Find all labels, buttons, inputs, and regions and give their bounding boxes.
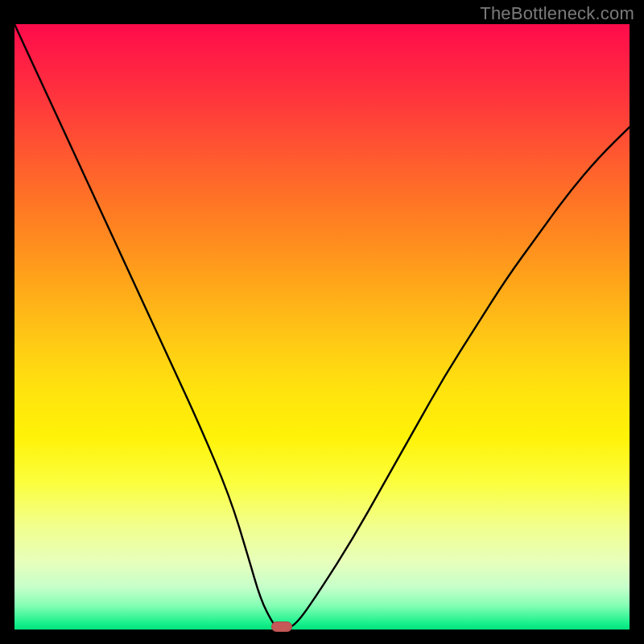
bottleneck-curve	[14, 24, 630, 630]
plot-area	[14, 24, 630, 630]
chart-frame: TheBottleneck.com	[0, 0, 644, 644]
watermark-text: TheBottleneck.com	[480, 3, 634, 24]
optimum-marker	[271, 621, 292, 632]
